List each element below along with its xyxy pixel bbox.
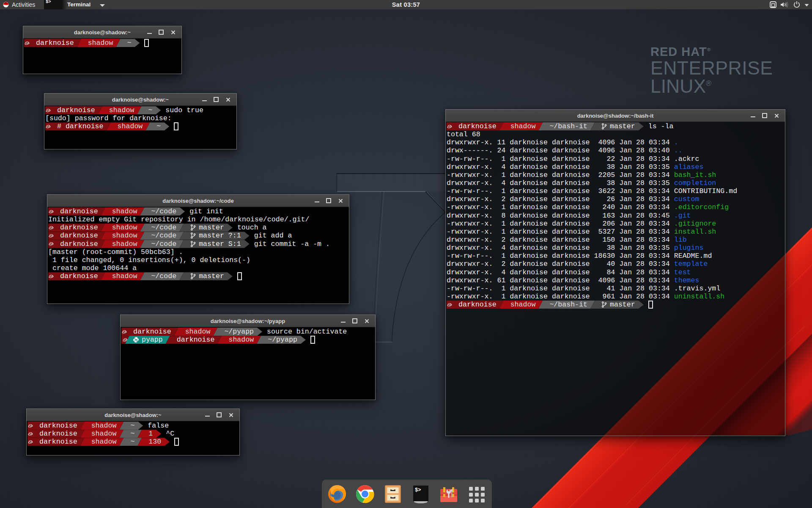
svg-text:$>: $> xyxy=(415,487,421,493)
